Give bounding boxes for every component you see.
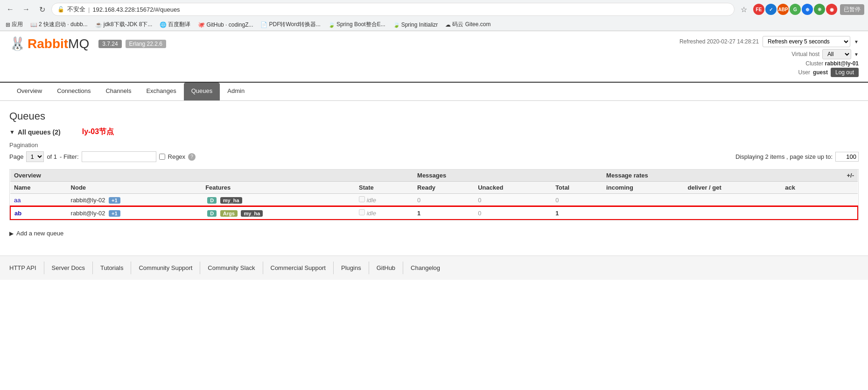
content-area: Queues ▼ All queues (2) ly-03节点 Paginati… [0, 101, 868, 255]
row-ack [781, 206, 823, 220]
cluster-label: Cluster [805, 60, 823, 67]
display-label: Displaying 2 items , page size up to: [735, 153, 833, 160]
overview-group-header: Overview [10, 170, 413, 182]
bookmark-5[interactable]: 📄 PDF转Word转换器... [259, 20, 322, 29]
nav-connections[interactable]: Connections [49, 83, 98, 100]
ext-abp[interactable]: ABP [777, 4, 789, 15]
row-deliver-get [684, 206, 782, 220]
col-deliver-get: deliver / get [684, 182, 782, 194]
ext-blue[interactable]: ✓ [765, 4, 777, 15]
bookmark-6[interactable]: 🍃 Spring Boot整合E... [326, 20, 387, 29]
table-row: ab rabbit@ly-02 +1 D Args my_ha idle [10, 206, 858, 220]
refresh-timestamp: Refreshed 2020-02-27 14:28:21 [679, 38, 759, 45]
bookmark-4[interactable]: 🐙 GitHub · codingZ... [196, 21, 255, 29]
row-state: idle [355, 206, 413, 220]
security-icon: 🔓 [57, 6, 64, 13]
feature-ha-tag: my_ha [241, 210, 263, 217]
version-badges: 3.7.24 Erlang 22.2.6 [98, 40, 166, 48]
state-checkbox [359, 209, 365, 215]
back-button[interactable]: ← [4, 3, 17, 16]
footer-github[interactable]: GitHub [369, 262, 403, 274]
col-incoming: incoming [602, 182, 684, 194]
footer-http-api[interactable]: HTTP API [9, 262, 44, 274]
footer-plugins[interactable]: Plugins [334, 262, 369, 274]
filter-input[interactable] [82, 151, 156, 162]
nav-exchanges[interactable]: Exchanges [139, 83, 183, 100]
bookmark-7[interactable]: 🍃 Spring Initializr [391, 21, 440, 29]
refresh-select[interactable]: Refresh every 5 seconds Refresh every 10… [763, 36, 850, 47]
row-ack [781, 194, 823, 207]
section-header: ▼ All queues (2) ly-03节点 [9, 127, 859, 137]
row-ready: 0 [413, 194, 474, 207]
logo-area: 🐰 RabbitMQ 3.7.24 Erlang 22.2.6 [9, 36, 166, 51]
state-label: idle [367, 210, 376, 217]
col-state: State [355, 182, 413, 194]
address-bar[interactable]: 🔓 不安全 | 192.168.43.228:15672/#/queues [51, 3, 735, 16]
row-node: rabbit@ly-02 +1 [67, 206, 202, 220]
col-unacked: Unacked [474, 182, 552, 194]
app-header: 🐰 RabbitMQ 3.7.24 Erlang 22.2.6 Refreshe… [0, 31, 868, 83]
vhost-dropdown-arrow: ▼ [854, 52, 859, 57]
footer-community-support[interactable]: Community Support [131, 262, 200, 274]
regex-checkbox[interactable] [159, 154, 165, 160]
node-tag: +1 [109, 210, 120, 217]
erlang-badge: Erlang 22.2.6 [126, 40, 166, 48]
state-checkbox [359, 196, 365, 202]
queue-table-wrapper: Overview Messages Message rates +/- Name… [9, 169, 859, 220]
footer-tutorials[interactable]: Tutorials [93, 262, 131, 274]
bookmark-3[interactable]: 🌐 百度翻译 [158, 20, 192, 29]
ext-green[interactable]: G [790, 4, 801, 15]
row-incoming [602, 206, 684, 220]
ext-fe[interactable]: FE [753, 4, 764, 15]
bookmark-1[interactable]: 📖 2 快速启动 · dubb... [28, 20, 90, 29]
collapse-arrow[interactable]: ▼ [9, 129, 15, 135]
add-queue-label: Add a new queue [16, 230, 63, 237]
row-unacked: 0 [474, 206, 552, 220]
vhost-row: Virtual host All ▼ [679, 49, 859, 59]
header-right: Refreshed 2020-02-27 14:28:21 Refresh ev… [679, 36, 859, 77]
bookmark-2[interactable]: ☕ jdk8下载-JDK 8下... [93, 20, 154, 29]
row-name[interactable]: ab [10, 206, 67, 220]
add-queue-toggle[interactable]: ▶ Add a new queue [9, 230, 859, 237]
url-separator: | [88, 6, 90, 13]
ext-leaf[interactable]: ❊ [814, 4, 825, 15]
ext-red2[interactable]: ◉ [826, 4, 837, 15]
table-col-header-row: Name Node Features State Ready Unacked T… [10, 182, 858, 194]
footer-server-docs[interactable]: Server Docs [44, 262, 93, 274]
reload-button[interactable]: ↻ [35, 3, 49, 16]
row-total: 0 [552, 194, 602, 207]
bookmark-8[interactable]: ☁ 码云 Gitee.com [443, 20, 492, 29]
vhost-label: Virtual host [791, 51, 819, 57]
message-rates-group-header: Message rates [602, 170, 823, 182]
row-extra [823, 194, 858, 207]
nav-admin[interactable]: Admin [220, 83, 252, 100]
row-name[interactable]: aa [10, 194, 67, 207]
row-total: 1 [552, 206, 602, 220]
nav-overview[interactable]: Overview [9, 83, 49, 100]
pause-button[interactable]: 已暂停 [840, 4, 864, 15]
forward-button[interactable]: → [20, 3, 33, 16]
ext-search[interactable]: ⊕ [802, 4, 813, 15]
row-node: rabbit@ly-02 +1 [67, 194, 202, 207]
nav-queues[interactable]: Queues [184, 83, 220, 100]
footer-community-slack[interactable]: Community Slack [200, 262, 263, 274]
page-size-input[interactable] [835, 152, 859, 162]
help-button[interactable]: ? [188, 153, 196, 161]
section-title[interactable]: All queues (2) [18, 128, 61, 136]
logout-button[interactable]: Log out [831, 68, 859, 77]
page-number-select[interactable]: 1 [26, 151, 44, 162]
table-group-header-row: Overview Messages Message rates +/- [10, 170, 858, 182]
table-row: aa rabbit@ly-02 +1 D my_ha idle [10, 194, 858, 207]
bookmark-apps[interactable]: ⊞ 应用 [4, 20, 25, 29]
plus-minus-header[interactable]: +/- [823, 170, 858, 182]
nav-channels[interactable]: Channels [98, 83, 139, 100]
bookmarks-bar: ⊞ 应用 📖 2 快速启动 · dubb... ☕ jdk8下载-JDK 8下.… [0, 19, 868, 31]
col-name: Name [10, 182, 67, 194]
app: 🐰 RabbitMQ 3.7.24 Erlang 22.2.6 Refreshe… [0, 31, 868, 280]
pagination-section: Pagination Page 1 of 1 - Filter: Regex ?… [9, 142, 859, 162]
footer-changelog[interactable]: Changelog [403, 262, 448, 274]
footer-commercial-support[interactable]: Commercial Support [263, 262, 334, 274]
bookmark-button[interactable]: ☆ [737, 3, 750, 16]
page-of-label: of 1 [47, 153, 57, 160]
vhost-select[interactable]: All [822, 49, 851, 59]
